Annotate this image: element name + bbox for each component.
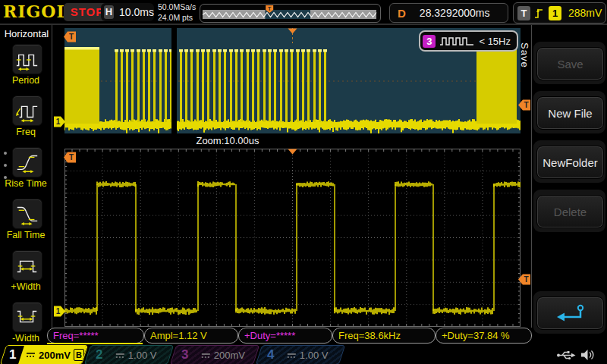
- oscilloscope-screen: { "top_bar": { "logo": "RIGOL", "run_sta…: [0, 0, 607, 364]
- delay-label: D: [398, 7, 406, 20]
- measure-item-fall-time-label: Fall Time: [0, 230, 52, 240]
- menu-page-dot: [4, 152, 7, 155]
- svg-text:T: T: [69, 153, 74, 162]
- channel-1-number: 1: [9, 346, 16, 364]
- measure-item-minus-width[interactable]: [12, 302, 42, 332]
- minus-width-icon: [15, 305, 39, 329]
- menu-tab-save: Save: [519, 42, 530, 68]
- acquisition-info: 50.0MSa/s 24.0M pts: [158, 2, 196, 23]
- pulse-train-icon: [439, 36, 474, 46]
- top-status-bar: RIGOL STOP H 10.0ms 50.0MSa/s 24.0M pts …: [0, 0, 607, 24]
- trigger-label: T: [517, 6, 530, 20]
- measure-item-freq[interactable]: [12, 96, 42, 126]
- rising-edge-icon: [533, 6, 546, 20]
- menu-page-dot: [4, 164, 7, 167]
- right-menu-divider: [531, 25, 532, 328]
- svg-text:T: T: [268, 6, 272, 11]
- trigger-level-marker-main[interactable]: T: [518, 99, 530, 111]
- beeper-icon: [580, 349, 595, 361]
- dc-coupling-icon: [201, 351, 211, 359]
- frequency-counter-badge: 3 < 15Hz: [419, 30, 518, 52]
- waveform-display-area: 3 < 15Hz Zoom:10.00us T T 1 T T: [53, 25, 531, 328]
- trigger-position-marker-zoom[interactable]: [288, 149, 297, 155]
- channel-3-scale: 200mV: [214, 350, 245, 361]
- svg-text:T: T: [524, 101, 528, 109]
- channel1-ground-marker-main[interactable]: 1: [54, 116, 65, 127]
- trigger-delay-box[interactable]: D 28.3292000ms: [389, 3, 508, 23]
- zoom-timebase-label: Zoom:10.00us: [167, 135, 288, 146]
- measure-item-plus-width[interactable]: [12, 250, 42, 281]
- trigger-flag-main-icon[interactable]: T: [64, 31, 77, 42]
- delay-value: 28.3292000ms: [420, 7, 490, 19]
- delete-button[interactable]: Delete: [536, 195, 604, 228]
- channel-2-scale: 1.00 V: [128, 350, 157, 361]
- channel-1-status[interactable]: 1 200mV B: [0, 345, 88, 364]
- svg-text:1: 1: [56, 307, 61, 315]
- horizontal-timebase-box[interactable]: H 10.0ms: [101, 3, 154, 21]
- dc-coupling-icon: [287, 351, 297, 359]
- measurement-slot-3[interactable]: +Duty=*****: [238, 328, 332, 344]
- measurement-slot-5[interactable]: +Duty=37.84 %: [436, 328, 532, 344]
- preview-wave-icon: T: [200, 5, 379, 20]
- timebase-key-label: H: [104, 5, 114, 19]
- channel-3-status[interactable]: 3 200mV: [170, 345, 259, 364]
- channel-2-status[interactable]: 2 1.00 V: [84, 345, 174, 364]
- channel-2-number: 2: [96, 346, 102, 364]
- measurement-slot-4[interactable]: Freq=38.6kHz: [332, 328, 436, 344]
- sample-rate: 50.0MSa/s: [158, 2, 196, 12]
- fall-time-icon: [15, 202, 39, 226]
- zoom-waveform-ch1: [64, 149, 521, 327]
- svg-text:T: T: [69, 33, 74, 41]
- new-file-button[interactable]: New File: [536, 96, 604, 130]
- trigger-level-value: 288mV: [568, 7, 602, 19]
- bandwidth-limit-icon: B: [74, 349, 84, 361]
- channel-4-scale: 1.00 V: [300, 350, 329, 361]
- measure-item-minus-width-label: -Width: [0, 333, 52, 344]
- dc-coupling-icon: [26, 351, 36, 359]
- return-arrow-icon: [555, 303, 587, 323]
- zoomed-timebase-view: [64, 149, 521, 327]
- channel-4-number: 4: [267, 346, 274, 364]
- timebase-value: 10.0ms: [119, 6, 154, 18]
- measure-item-rise-time[interactable]: [12, 147, 42, 177]
- freq-icon: [15, 99, 39, 123]
- menu-page-dot: [4, 176, 7, 179]
- counter-source-channel: 3: [423, 35, 436, 48]
- waveform-position-preview[interactable]: T: [200, 4, 381, 23]
- trigger-flag-zoom-icon[interactable]: T: [64, 152, 77, 163]
- selected-measurement-underline: [47, 343, 143, 344]
- measure-item-rise-time-label: Rise Time: [0, 178, 52, 189]
- measure-item-freq-label: Freq: [0, 127, 52, 137]
- trigger-position-marker-main[interactable]: [288, 28, 297, 34]
- measure-item-period[interactable]: [12, 44, 42, 74]
- left-menu-divider: [52, 25, 52, 328]
- measure-menu: Horizontal Period Freq: [0, 25, 52, 328]
- back-button[interactable]: [536, 297, 604, 330]
- channel1-ground-marker-zoom[interactable]: 1: [54, 306, 65, 317]
- measure-item-fall-time[interactable]: [12, 199, 42, 229]
- measurement-slot-2[interactable]: Ampl=1.12 V: [144, 328, 238, 344]
- trigger-level-marker-zoom[interactable]: T: [518, 274, 530, 285]
- svg-text:T: T: [524, 275, 528, 284]
- channel-3-number: 3: [181, 346, 188, 364]
- channel-4-status[interactable]: 4 1.00 V: [256, 345, 345, 364]
- measure-menu-title: Horizontal: [3, 28, 50, 39]
- save-button[interactable]: Save: [536, 47, 604, 80]
- counter-value: < 15Hz: [479, 36, 511, 47]
- rigol-logo: RIGOL: [3, 2, 69, 21]
- channel-1-scale: 200mV: [39, 350, 71, 361]
- trigger-source-badge: 1: [549, 6, 561, 20]
- dc-coupling-icon: [115, 351, 125, 359]
- rise-time-icon: [15, 150, 39, 174]
- new-folder-button[interactable]: NewFolder: [536, 146, 604, 179]
- svg-text:1: 1: [56, 118, 61, 126]
- memory-depth: 24.0M pts: [158, 12, 196, 23]
- period-icon: [15, 47, 39, 71]
- usb-icon: [556, 350, 576, 361]
- measure-item-plus-width-label: +Width: [0, 281, 52, 292]
- measure-item-period-label: Period: [0, 75, 52, 86]
- main-timebase-view: 3 < 15Hz: [64, 28, 521, 133]
- plus-width-icon: [15, 253, 39, 278]
- measurement-slot-1[interactable]: Freq=*****: [47, 328, 144, 344]
- trigger-status-box[interactable]: T 1 288mV: [513, 2, 606, 24]
